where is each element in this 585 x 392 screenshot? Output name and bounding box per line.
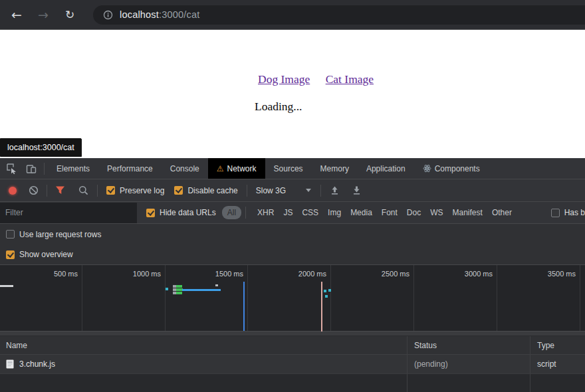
use-large-rows-checkbox[interactable] bbox=[6, 230, 15, 239]
tick-label: 3500 ms bbox=[520, 270, 576, 278]
request-status: (pending) bbox=[414, 359, 448, 369]
inspect-element-button[interactable] bbox=[2, 158, 21, 179]
gridline bbox=[330, 265, 331, 331]
tab-network[interactable]: ⚠ Network bbox=[208, 158, 265, 179]
filter-pill-js[interactable]: JS bbox=[279, 208, 297, 217]
record-network-log-button[interactable] bbox=[9, 187, 17, 195]
tab-console[interactable]: Console bbox=[162, 158, 208, 179]
export-har-icon[interactable] bbox=[352, 185, 362, 195]
filter-pill-doc[interactable]: Doc bbox=[402, 208, 425, 217]
filter-pill-media[interactable]: Media bbox=[346, 208, 377, 217]
preserve-log-label: Preserve log bbox=[120, 186, 164, 195]
url-path: :3000/cat bbox=[159, 9, 199, 20]
warning-triangle-icon: ⚠ bbox=[217, 165, 224, 173]
device-toolbar-button[interactable] bbox=[21, 158, 41, 179]
tab-sources[interactable]: Sources bbox=[265, 158, 312, 179]
filter-pill-css[interactable]: CSS bbox=[297, 208, 323, 217]
page-links: Dog Image Cat Image bbox=[258, 72, 386, 86]
table-header-row: Name Status Type bbox=[0, 336, 585, 355]
loading-text: Loading... bbox=[255, 100, 302, 114]
use-large-rows-row: Use large request rows bbox=[0, 224, 585, 245]
request-bar bbox=[0, 285, 13, 287]
hide-data-urls-checkbox[interactable] bbox=[146, 209, 155, 217]
address-bar[interactable]: localhost:3000/cat bbox=[93, 5, 585, 25]
request-bar bbox=[176, 285, 182, 288]
table-row[interactable]: 3.chunk.js (pending) script bbox=[0, 355, 585, 374]
filter-funnel-icon[interactable] bbox=[55, 185, 65, 195]
filter-pill-ws[interactable]: WS bbox=[425, 208, 447, 217]
request-bar bbox=[328, 289, 331, 292]
show-overview-row: Show overview bbox=[0, 245, 585, 265]
show-overview-checkbox[interactable] bbox=[6, 250, 15, 259]
use-large-rows-label: Use large request rows bbox=[19, 230, 101, 239]
hide-data-urls-label: Hide data URLs bbox=[160, 208, 216, 217]
network-filter-bar: Hide data URLs All XHR JS CSS Img Media … bbox=[0, 202, 585, 224]
reload-button[interactable]: ↻ bbox=[61, 6, 78, 23]
network-toolbar: Preserve log Disable cache Slow 3G bbox=[0, 179, 585, 202]
network-overview-timeline[interactable]: 500 ms 1000 ms 1500 ms 2000 ms 2500 ms 3… bbox=[0, 265, 585, 332]
column-header-name[interactable]: Name bbox=[0, 336, 407, 354]
tab-memory[interactable]: Memory bbox=[312, 158, 358, 179]
disable-cache-checkbox-group[interactable]: Disable cache bbox=[174, 186, 237, 195]
throttling-dropdown[interactable]: Slow 3G bbox=[256, 186, 311, 195]
request-bar bbox=[166, 288, 168, 290]
filter-pill-manifest[interactable]: Manifest bbox=[448, 208, 487, 217]
filter-separator bbox=[245, 207, 246, 219]
resource-type-filters: XHR JS CSS Img Media Font Doc WS Manifes… bbox=[253, 208, 517, 217]
request-bar bbox=[176, 292, 182, 294]
tick-label: 2500 ms bbox=[354, 270, 410, 278]
dog-image-link[interactable]: Dog Image bbox=[258, 72, 310, 86]
request-name: 3.chunk.js bbox=[19, 359, 55, 369]
load-event-line bbox=[321, 282, 322, 332]
has-blocked-cookies-label: Has b bbox=[564, 208, 585, 217]
inspect-icon bbox=[6, 163, 17, 174]
tab-performance[interactable]: Performance bbox=[98, 158, 162, 179]
toolbar-separator bbox=[47, 185, 47, 197]
script-file-icon bbox=[6, 359, 14, 369]
cat-image-link[interactable]: Cat Image bbox=[326, 72, 374, 86]
tick-label: 2000 ms bbox=[271, 270, 326, 278]
preserve-log-checkbox[interactable] bbox=[106, 186, 115, 195]
search-icon[interactable] bbox=[78, 185, 88, 195]
hide-data-urls-group[interactable]: Hide data URLs bbox=[146, 208, 216, 217]
toolbar-separator bbox=[320, 185, 321, 197]
info-icon[interactable] bbox=[103, 10, 113, 20]
import-har-icon[interactable] bbox=[330, 185, 340, 195]
gridline bbox=[413, 265, 414, 331]
filter-pill-img[interactable]: Img bbox=[323, 208, 346, 217]
request-bar bbox=[182, 289, 221, 291]
devtools-tabbar: Elements Performance Console ⚠ Network S… bbox=[0, 158, 585, 179]
gridline bbox=[165, 265, 166, 331]
gridline bbox=[580, 265, 580, 331]
throttling-value: Slow 3G bbox=[256, 186, 286, 195]
devtools-panel: Elements Performance Console ⚠ Network S… bbox=[0, 158, 585, 392]
filter-pill-xhr[interactable]: XHR bbox=[253, 208, 279, 217]
back-button[interactable]: ← bbox=[8, 6, 25, 23]
request-bar bbox=[215, 284, 218, 286]
column-header-type[interactable]: Type bbox=[530, 336, 585, 354]
domcontentloaded-line bbox=[243, 282, 245, 331]
tick-label: 1000 ms bbox=[105, 270, 161, 278]
filter-pill-all[interactable]: All bbox=[222, 206, 241, 219]
tab-elements[interactable]: Elements bbox=[48, 158, 98, 179]
has-blocked-cookies-checkbox[interactable] bbox=[551, 209, 560, 217]
preserve-log-checkbox-group[interactable]: Preserve log bbox=[106, 186, 164, 195]
column-header-status[interactable]: Status bbox=[407, 336, 530, 354]
gridline bbox=[82, 265, 82, 331]
forward-button[interactable]: → bbox=[35, 6, 52, 23]
page-content: Dog Image Cat Image Loading... localhost… bbox=[0, 31, 585, 158]
has-blocked-cookies-group[interactable]: Has b bbox=[551, 208, 585, 217]
gridline bbox=[247, 265, 248, 331]
filter-pill-other[interactable]: Other bbox=[487, 208, 517, 217]
tab-application[interactable]: Application bbox=[358, 158, 414, 179]
browser-toolbar: ← → ↻ localhost:3000/cat bbox=[0, 0, 585, 30]
request-bar bbox=[325, 295, 328, 298]
filter-input[interactable] bbox=[0, 203, 137, 223]
tab-components[interactable]: Components bbox=[414, 158, 489, 179]
clear-icon[interactable] bbox=[29, 185, 39, 195]
disable-cache-checkbox[interactable] bbox=[174, 186, 183, 195]
tabbar-separator bbox=[44, 163, 45, 175]
react-atom-icon bbox=[423, 164, 431, 173]
show-overview-label: Show overview bbox=[19, 250, 73, 259]
filter-pill-font[interactable]: Font bbox=[377, 208, 402, 217]
